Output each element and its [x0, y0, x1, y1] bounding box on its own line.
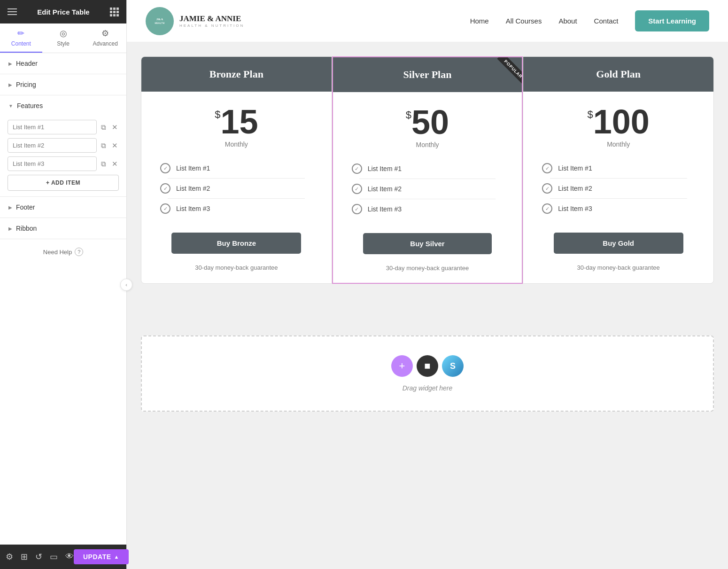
- delete-item-3-button[interactable]: ✕: [111, 157, 119, 171]
- pricing-card-bronze: Bronze Plan $ 15 Monthly ✓ List Item #1: [141, 56, 332, 284]
- panel-content: ▶ Header ▶ Pricing ▼ Features ⧉ ✕ ⧉: [0, 53, 126, 545]
- tab-style-label: Style: [57, 40, 70, 47]
- site-logo: J&A HEALTH JAMIE & ANNIE HEALTH & NUTRIT…: [146, 7, 244, 35]
- logo-subtext: HEALTH & NUTRITION: [179, 23, 244, 28]
- square-widget-icon[interactable]: ■: [417, 355, 438, 377]
- layers-icon[interactable]: ⊞: [21, 552, 28, 562]
- silver-price-number: 50: [411, 105, 449, 139]
- gray-spacer: [141, 298, 714, 335]
- device-icon[interactable]: ▭: [50, 552, 58, 562]
- nav-about[interactable]: About: [558, 17, 577, 25]
- silver-feature-1: ✓ List Item #1: [342, 159, 513, 179]
- panel-bottom-bar: ⚙ ⊞ ↺ ▭ 👁 UPDATE ▲: [0, 545, 126, 569]
- gold-feature-2: ✓ List Item #2: [533, 179, 704, 198]
- need-help-label: Need Help: [43, 249, 72, 256]
- site-nav: J&A HEALTH JAMIE & ANNIE HEALTH & NUTRIT…: [127, 0, 728, 42]
- pricing-card-gold: Gold Plan $ 100 Monthly ✓ List Item #1: [523, 56, 714, 284]
- s-widget-icon[interactable]: S: [442, 355, 464, 377]
- advanced-icon: ⚙: [101, 28, 109, 39]
- tab-style[interactable]: ◎ Style: [42, 23, 85, 53]
- check-icon-2: ✓: [160, 183, 170, 194]
- svg-point-0: [150, 12, 169, 31]
- list-item-row-1: ⧉ ✕: [8, 120, 119, 134]
- duplicate-item-1-button[interactable]: ⧉: [100, 121, 108, 134]
- delete-item-2-button[interactable]: ✕: [111, 139, 119, 152]
- check-icon-1: ✓: [160, 163, 170, 173]
- section-ribbon[interactable]: ▶ Ribbon: [0, 218, 126, 239]
- silver-price-period: Monthly: [416, 141, 439, 148]
- list-item-input-3[interactable]: [8, 156, 97, 171]
- card-features-bronze: ✓ List Item #1 ✓ List Item #2 ✓ List Ite…: [141, 154, 332, 223]
- gold-feature-2-text: List Item #2: [558, 185, 592, 192]
- bronze-feature-3: ✓ List Item #3: [151, 199, 322, 218]
- update-label: UPDATE: [83, 553, 111, 561]
- need-help[interactable]: Need Help ?: [0, 239, 126, 265]
- start-learning-button[interactable]: Start Learning: [635, 10, 709, 31]
- card-features-gold: ✓ List Item #1 ✓ List Item #2 ✓ List Ite…: [523, 154, 713, 223]
- bottom-bar-icons: ⚙ ⊞ ↺ ▭ 👁: [6, 552, 74, 562]
- bronze-plan-title: Bronze Plan: [209, 68, 263, 80]
- check-icon-7: ✓: [542, 163, 552, 173]
- nav-home[interactable]: Home: [470, 17, 489, 25]
- nav-all-courses[interactable]: All Courses: [506, 17, 542, 25]
- delete-item-1-button[interactable]: ✕: [111, 121, 119, 134]
- features-title-row[interactable]: ▼ Features: [8, 101, 119, 113]
- bronze-price-period: Monthly: [225, 140, 248, 148]
- chevron-right-icon-4: ▶: [8, 226, 12, 231]
- history-icon[interactable]: ↺: [35, 552, 42, 562]
- silver-feature-3-text: List Item #3: [368, 205, 402, 213]
- update-button[interactable]: UPDATE ▲: [74, 549, 129, 564]
- nav-contact[interactable]: Contact: [594, 17, 619, 25]
- section-features-label: Features: [17, 102, 43, 109]
- logo-name: JAMIE & ANNIE: [179, 14, 244, 23]
- bronze-feature-3-text: List Item #3: [176, 205, 210, 212]
- silver-feature-2-text: List Item #2: [368, 185, 402, 193]
- buy-bronze-button[interactable]: Buy Bronze: [171, 233, 301, 254]
- section-ribbon-label: Ribbon: [16, 225, 37, 232]
- panel-title: Edit Price Table: [37, 8, 89, 16]
- right-area: J&A HEALTH JAMIE & ANNIE HEALTH & NUTRIT…: [127, 0, 728, 569]
- section-footer[interactable]: ▶ Footer: [0, 197, 126, 218]
- tab-content[interactable]: ✏ Content: [0, 23, 42, 53]
- grid-icon[interactable]: [110, 8, 119, 16]
- add-widget-icon[interactable]: +: [391, 355, 413, 377]
- check-icon-5: ✓: [352, 184, 362, 194]
- duplicate-item-3-button[interactable]: ⧉: [100, 157, 108, 171]
- popular-badge-label: POPULAR: [497, 57, 522, 86]
- eye-icon[interactable]: 👁: [65, 552, 74, 562]
- chevron-right-icon-2: ▶: [8, 82, 12, 87]
- popular-badge: POPULAR: [484, 57, 522, 92]
- buy-silver-button[interactable]: Buy Silver: [363, 233, 492, 254]
- check-icon-9: ✓: [542, 203, 552, 214]
- silver-footer-text: 30-day money-back guarantee: [377, 260, 478, 283]
- silver-feature-3: ✓ List Item #3: [342, 199, 513, 219]
- bronze-feature-2: ✓ List Item #2: [151, 179, 322, 198]
- settings-icon[interactable]: ⚙: [6, 552, 13, 562]
- duplicate-item-2-button[interactable]: ⧉: [100, 139, 108, 152]
- check-icon-6: ✓: [352, 204, 362, 214]
- collapse-panel-button[interactable]: ‹: [120, 279, 132, 291]
- bronze-feature-1-text: List Item #1: [176, 164, 210, 172]
- check-icon-8: ✓: [542, 183, 552, 194]
- card-cta-silver: Buy Silver: [333, 224, 522, 260]
- list-item-input-2[interactable]: [8, 138, 97, 153]
- section-pricing[interactable]: ▶ Pricing: [0, 74, 126, 95]
- hamburger-icon[interactable]: [8, 8, 17, 15]
- pricing-card-silver: Silver Plan POPULAR $ 50 Monthly ✓ List: [332, 56, 523, 284]
- buy-gold-button[interactable]: Buy Gold: [554, 233, 683, 254]
- style-icon: ◎: [60, 28, 67, 39]
- section-header[interactable]: ▶ Header: [0, 53, 126, 74]
- chevron-right-icon-3: ▶: [8, 205, 12, 210]
- list-item-input-1[interactable]: [8, 120, 97, 134]
- tab-advanced[interactable]: ⚙ Advanced: [84, 23, 126, 53]
- widget-drop-zone[interactable]: + ■ S Drag widget here: [141, 335, 714, 412]
- card-price-bronze: $ 15 Monthly: [205, 92, 267, 154]
- card-header-bronze: Bronze Plan: [141, 57, 332, 92]
- silver-dollar-sign: $: [406, 110, 411, 120]
- section-features: ▼ Features ⧉ ✕ ⧉ ✕ ⧉ ✕ + ADD ITEM: [0, 95, 126, 197]
- silver-feature-1-text: List Item #1: [368, 165, 402, 172]
- add-item-button[interactable]: + ADD ITEM: [8, 175, 119, 191]
- gold-footer-text: 30-day money-back guarantee: [567, 259, 669, 282]
- silver-plan-title: Silver Plan: [403, 69, 452, 80]
- section-footer-label: Footer: [16, 203, 35, 211]
